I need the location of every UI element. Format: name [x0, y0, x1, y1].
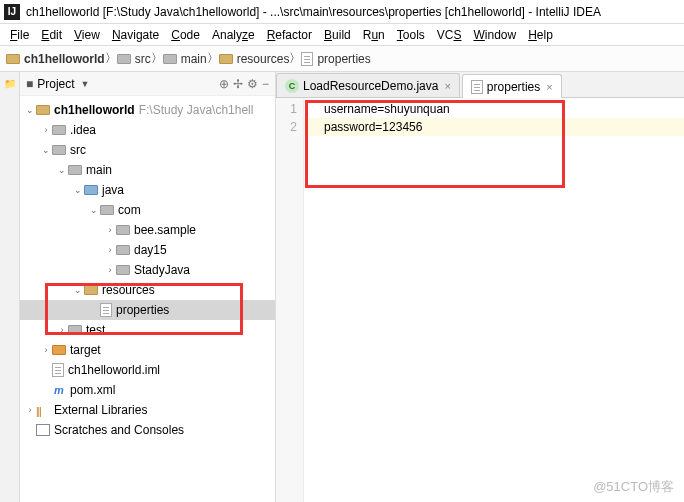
collapse-all-icon[interactable]: ✢: [233, 77, 243, 91]
project-pane: ■ Project ▼ ⊕ ✢ ⚙ − ch1helloworldF:\Stud…: [20, 72, 276, 502]
crumb-properties[interactable]: properties: [301, 52, 370, 66]
gear-icon[interactable]: ⚙: [247, 77, 258, 91]
editor-tabs: C LoadResourceDemo.java × properties ×: [276, 72, 684, 98]
folder-icon: [163, 54, 177, 64]
chevron-right-icon: 〉: [151, 50, 163, 67]
intellij-icon: IJ: [4, 4, 20, 20]
tree-target[interactable]: target: [20, 340, 275, 360]
close-icon[interactable]: ×: [444, 80, 450, 92]
package-icon: [116, 225, 130, 235]
tree-main[interactable]: main: [20, 160, 275, 180]
menu-tools[interactable]: Tools: [391, 28, 431, 42]
menu-navigate[interactable]: Navigate: [106, 28, 165, 42]
chevron-right-icon: 〉: [207, 50, 219, 67]
tree-idea[interactable]: .idea: [20, 120, 275, 140]
menu-run[interactable]: Run: [357, 28, 391, 42]
menu-window[interactable]: Window: [467, 28, 522, 42]
target-folder-icon: [52, 345, 66, 355]
close-icon[interactable]: ×: [546, 81, 552, 93]
tree-root[interactable]: ch1helloworldF:\Study Java\ch1hell: [20, 100, 275, 120]
menu-code[interactable]: Code: [165, 28, 206, 42]
scratches-icon: [36, 424, 50, 436]
crumb-main[interactable]: main: [163, 52, 207, 66]
menu-vcs[interactable]: VCS: [431, 28, 468, 42]
maven-icon: m: [52, 383, 66, 397]
code-content[interactable]: username=shuyunquan password=123456: [304, 98, 684, 502]
code-line: username=shuyunquan: [324, 100, 684, 118]
tree-pom[interactable]: mpom.xml: [20, 380, 275, 400]
folder-icon: [52, 125, 66, 135]
hide-icon[interactable]: −: [262, 77, 269, 91]
menu-help[interactable]: Help: [522, 28, 559, 42]
tree-pkg-stady[interactable]: StadyJava: [20, 260, 275, 280]
package-icon: [116, 245, 130, 255]
resources-folder-icon: [84, 285, 98, 295]
menu-file[interactable]: File: [4, 28, 35, 42]
crumb-src[interactable]: src: [117, 52, 151, 66]
tab-loadresourcedemo[interactable]: C LoadResourceDemo.java ×: [276, 73, 460, 97]
tree-test[interactable]: test: [20, 320, 275, 340]
file-icon: [100, 303, 112, 317]
line-number: 2: [276, 118, 297, 136]
tool-window-strip[interactable]: 📁: [0, 72, 20, 502]
code-line: password=123456: [304, 118, 684, 136]
tree-java[interactable]: java: [20, 180, 275, 200]
java-class-icon: C: [285, 79, 299, 93]
tree-pkg-day15[interactable]: day15: [20, 240, 275, 260]
chevron-right-icon: 〉: [105, 50, 117, 67]
menu-edit[interactable]: Edit: [35, 28, 68, 42]
project-tree: ch1helloworldF:\Study Java\ch1hell .idea…: [20, 96, 275, 502]
project-pane-header: ■ Project ▼ ⊕ ✢ ⚙ −: [20, 72, 275, 96]
window-title: ch1helloworld [F:\Study Java\ch1hellowor…: [26, 5, 601, 19]
folder-icon: [68, 165, 82, 175]
breadcrumb: ch1helloworld 〉 src 〉 main 〉 resources 〉…: [0, 46, 684, 72]
tab-label: properties: [487, 80, 540, 94]
folder-icon: [219, 54, 233, 64]
tree-resources[interactable]: resources: [20, 280, 275, 300]
tab-properties[interactable]: properties ×: [462, 74, 562, 98]
folder-icon: [52, 145, 66, 155]
titlebar: IJ ch1helloworld [F:\Study Java\ch1hello…: [0, 0, 684, 24]
line-number: 1: [276, 100, 297, 118]
watermark: @51CTO博客: [593, 478, 674, 496]
menubar: File Edit View Navigate Code Analyze Ref…: [0, 24, 684, 46]
crumb-root[interactable]: ch1helloworld: [6, 52, 105, 66]
module-icon: [36, 105, 50, 115]
file-icon: [301, 52, 313, 66]
code-editor[interactable]: 1 2 username=shuyunquan password=123456: [276, 98, 684, 502]
package-icon: [100, 205, 114, 215]
dropdown-icon[interactable]: ▼: [81, 79, 90, 89]
file-icon: [471, 80, 483, 94]
tree-iml[interactable]: ch1helloworld.iml: [20, 360, 275, 380]
project-tool-label[interactable]: 📁: [4, 78, 16, 89]
folder-icon: [6, 54, 20, 64]
menu-refactor[interactable]: Refactor: [261, 28, 318, 42]
editor-area: C LoadResourceDemo.java × properties × 1…: [276, 72, 684, 502]
project-pane-title[interactable]: ■ Project ▼: [26, 77, 90, 91]
library-icon: [36, 404, 50, 416]
src-folder-icon: [84, 185, 98, 195]
package-icon: [116, 265, 130, 275]
line-gutter: 1 2: [276, 98, 304, 502]
iml-icon: [52, 363, 64, 377]
scope-icon[interactable]: ⊕: [219, 77, 229, 91]
tab-label: LoadResourceDemo.java: [303, 79, 438, 93]
folder-icon: [68, 325, 82, 335]
crumb-resources[interactable]: resources: [219, 52, 290, 66]
folder-icon: [117, 54, 131, 64]
tree-com[interactable]: com: [20, 200, 275, 220]
menu-analyze[interactable]: Analyze: [206, 28, 261, 42]
menu-build[interactable]: Build: [318, 28, 357, 42]
chevron-right-icon: 〉: [289, 50, 301, 67]
tree-pkg-bee[interactable]: bee.sample: [20, 220, 275, 240]
tree-src[interactable]: src: [20, 140, 275, 160]
tree-external-libraries[interactable]: External Libraries: [20, 400, 275, 420]
tree-scratches[interactable]: Scratches and Consoles: [20, 420, 275, 440]
tree-properties[interactable]: properties: [20, 300, 275, 320]
menu-view[interactable]: View: [68, 28, 106, 42]
